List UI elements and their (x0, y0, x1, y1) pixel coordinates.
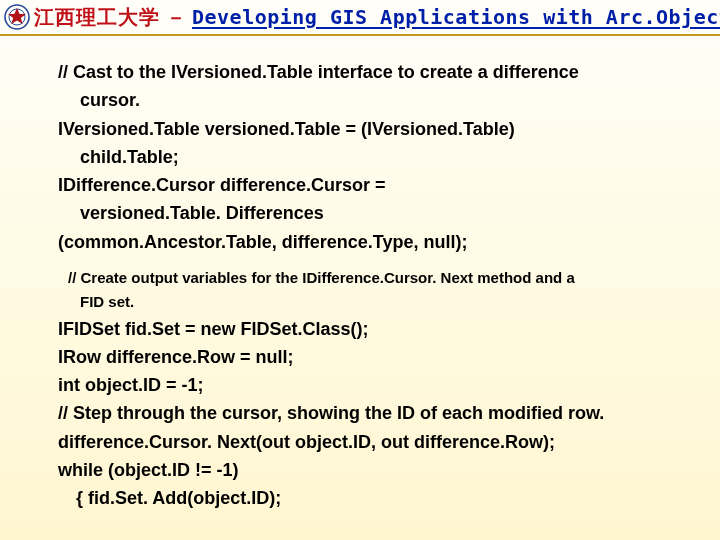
code-line: { fid.Set. Add(object.ID); (58, 486, 686, 510)
code-line: IDifference.Cursor difference.Cursor = (58, 173, 686, 197)
code-line: cursor. (58, 88, 686, 112)
code-line: versioned.Table. Differences (58, 201, 686, 225)
code-line: // Create output variables for the IDiff… (58, 268, 686, 288)
code-line: // Cast to the IVersioned.Table interfac… (58, 60, 686, 84)
slide-header: 江西理工大学 － Developing GIS Applications wit… (0, 0, 720, 36)
course-title: Developing GIS Applications with Arc.Obj… (192, 5, 720, 29)
code-line: FID set. (58, 292, 686, 312)
header-separator: － (166, 4, 186, 31)
code-line: IVersioned.Table versioned.Table = (IVer… (58, 117, 686, 141)
code-line: while (object.ID != -1) (58, 458, 686, 482)
university-name: 江西理工大学 (34, 4, 160, 31)
code-line: // Step through the cursor, showing the … (58, 401, 686, 425)
code-line: (common.Ancestor.Table, difference.Type,… (58, 230, 686, 254)
slide-body: // Cast to the IVersioned.Table interfac… (0, 36, 720, 511)
code-line: IFIDSet fid.Set = new FIDSet.Class(); (58, 317, 686, 341)
code-line: child.Table; (58, 145, 686, 169)
code-line: int object.ID = -1; (58, 373, 686, 397)
code-line: difference.Cursor. Next(out object.ID, o… (58, 430, 686, 454)
code-line: IRow difference.Row = null; (58, 345, 686, 369)
code-block-1: // Cast to the IVersioned.Table interfac… (58, 60, 686, 254)
university-logo-icon (0, 2, 34, 32)
